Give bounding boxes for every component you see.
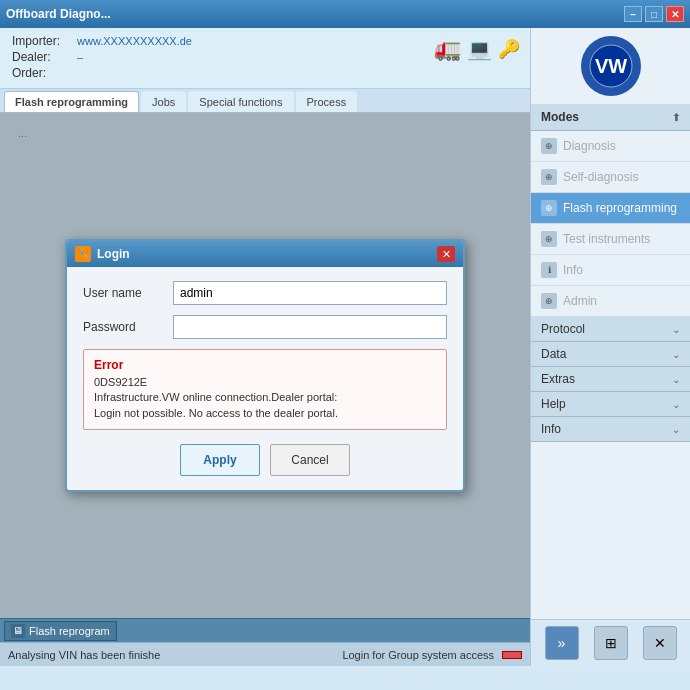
sidebar-item-test-instruments[interactable]: ⊕ Test instruments (531, 224, 690, 255)
grid-icon: ⊞ (605, 635, 617, 651)
status-right: Login for Group system access (342, 649, 522, 661)
title-bar-buttons: – □ ✕ (624, 6, 684, 22)
dealer-label: Dealer: (12, 50, 77, 64)
username-label: User name (83, 286, 173, 300)
grid-icon-button[interactable]: ⊞ (594, 626, 628, 660)
close-button[interactable]: ✕ (666, 6, 684, 22)
error-message: Infrastructure.VW online connection.Deal… (94, 390, 436, 421)
sidebar-section-protocol[interactable]: Protocol ⌄ (531, 317, 690, 342)
computer-icon: 💻 (467, 37, 492, 61)
admin-icon: ⊕ (541, 293, 557, 309)
modal-buttons: Apply Cancel (83, 444, 447, 476)
forward-icon: » (558, 635, 566, 651)
error-code: 0DS9212E (94, 376, 436, 388)
protocol-label: Protocol (541, 322, 585, 336)
sidebar-bottom-icons: » ⊞ ✕ (531, 619, 690, 666)
status-bar: Analysing VIN has been finishe Login for… (0, 642, 530, 666)
tab-flash-reprogramming[interactable]: Flash reprogramming (4, 91, 139, 112)
sidebar-section-help[interactable]: Help ⌄ (531, 392, 690, 417)
data-chevron: ⌄ (672, 349, 680, 360)
info-label: Info (563, 263, 583, 277)
modal-title: Login (97, 247, 130, 261)
username-input[interactable] (173, 281, 447, 305)
modes-label: Modes (541, 110, 579, 124)
tab-special-functions[interactable]: Special functions (188, 91, 293, 112)
minimize-button[interactable]: – (624, 6, 642, 22)
order-label: Order: (12, 66, 77, 80)
extras-label: Extras (541, 372, 575, 386)
extras-chevron: ⌄ (672, 374, 680, 385)
test-instruments-label: Test instruments (563, 232, 650, 246)
vw-logo: VW (581, 36, 641, 96)
login-dialog: 🔧 Login ✕ User name (65, 239, 465, 492)
sidebar-item-diagnosis[interactable]: ⊕ Diagnosis (531, 131, 690, 162)
bottom-taskbar: 🖥 Flash reprogram (0, 618, 530, 642)
dealer-value: – (77, 51, 83, 63)
error-title: Error (94, 358, 436, 372)
modes-chevron: ⬆ (672, 112, 680, 123)
admin-label: Admin (563, 294, 597, 308)
protocol-chevron: ⌄ (672, 324, 680, 335)
self-diagnosis-label: Self-diagnosis (563, 170, 638, 184)
username-row: User name (83, 281, 447, 305)
sidebar-item-flash-reprogramming[interactable]: ⊕ Flash reprogramming (531, 193, 690, 224)
title-bar: Offboard Diagno... – □ ✕ (0, 0, 690, 28)
help-chevron: ⌄ (672, 399, 680, 410)
taskbar-flash-icon: 🖥 (11, 624, 25, 638)
sidebar-section-data[interactable]: Data ⌄ (531, 342, 690, 367)
error-box: Error 0DS9212E Infrastructure.VW online … (83, 349, 447, 430)
status-right-text: Login for Group system access (342, 649, 494, 661)
status-left: Analysing VIN has been finishe (8, 649, 160, 661)
sidebar-section-info[interactable]: Info ⌄ (531, 417, 690, 442)
modal-overlay: 🔧 Login ✕ User name (0, 113, 530, 618)
svg-text:VW: VW (594, 55, 626, 77)
flash-label: Flash reprogramming (563, 201, 677, 215)
flash-icon: ⊕ (541, 200, 557, 216)
order-row: Order: (12, 66, 518, 80)
taskbar-flash-button[interactable]: 🖥 Flash reprogram (4, 621, 117, 641)
content-area: ... 🔧 Login ✕ (0, 113, 530, 618)
password-row: Password (83, 315, 447, 339)
forward-icon-button[interactable]: » (545, 626, 579, 660)
modal-title-icon: 🔧 (75, 246, 91, 262)
sidebar-item-self-diagnosis[interactable]: ⊕ Self-diagnosis (531, 162, 690, 193)
info-section-chevron: ⌄ (672, 424, 680, 435)
taskbar-flash-label: Flash reprogram (29, 625, 110, 637)
maximize-button[interactable]: □ (645, 6, 663, 22)
truck-icon: 🚛 (434, 36, 461, 62)
sidebar-item-info[interactable]: ℹ Info (531, 255, 690, 286)
header-info: Importer: www.XXXXXXXXXX.de Dealer: – Or… (0, 28, 530, 89)
right-sidebar: VW Modes ⬆ ⊕ Diagnosis ⊕ Self-diagnosis … (530, 28, 690, 666)
sidebar-item-admin[interactable]: ⊕ Admin (531, 286, 690, 317)
close-icon: ✕ (654, 635, 666, 651)
modal-title-bar: 🔧 Login ✕ (67, 241, 463, 267)
help-label: Help (541, 397, 566, 411)
password-input[interactable] (173, 315, 447, 339)
cancel-button[interactable]: Cancel (270, 444, 350, 476)
sidebar-section-extras[interactable]: Extras ⌄ (531, 367, 690, 392)
status-indicator (502, 651, 522, 659)
sidebar-modes-header: Modes ⬆ (531, 104, 690, 131)
tabs-row: Flash reprogramming Jobs Special functio… (0, 89, 530, 113)
apply-button[interactable]: Apply (180, 444, 260, 476)
diagnosis-icon: ⊕ (541, 138, 557, 154)
status-left-text: Analysing VIN has been finishe (8, 649, 160, 661)
modal-close-button[interactable]: ✕ (437, 246, 455, 262)
test-instruments-icon: ⊕ (541, 231, 557, 247)
data-label: Data (541, 347, 566, 361)
password-label: Password (83, 320, 173, 334)
key-icon: 🔑 (498, 38, 520, 60)
modal-body: User name Password Error 0DS (67, 267, 463, 490)
close-icon-button[interactable]: ✕ (643, 626, 677, 660)
tab-jobs[interactable]: Jobs (141, 91, 186, 112)
tab-process[interactable]: Process (296, 91, 358, 112)
info-section-label: Info (541, 422, 561, 436)
diagnosis-label: Diagnosis (563, 139, 616, 153)
self-diagnosis-icon: ⊕ (541, 169, 557, 185)
importer-value: www.XXXXXXXXXX.de (77, 35, 192, 47)
info-icon: ℹ (541, 262, 557, 278)
app-title: Offboard Diagno... (6, 7, 111, 21)
importer-label: Importer: (12, 34, 77, 48)
